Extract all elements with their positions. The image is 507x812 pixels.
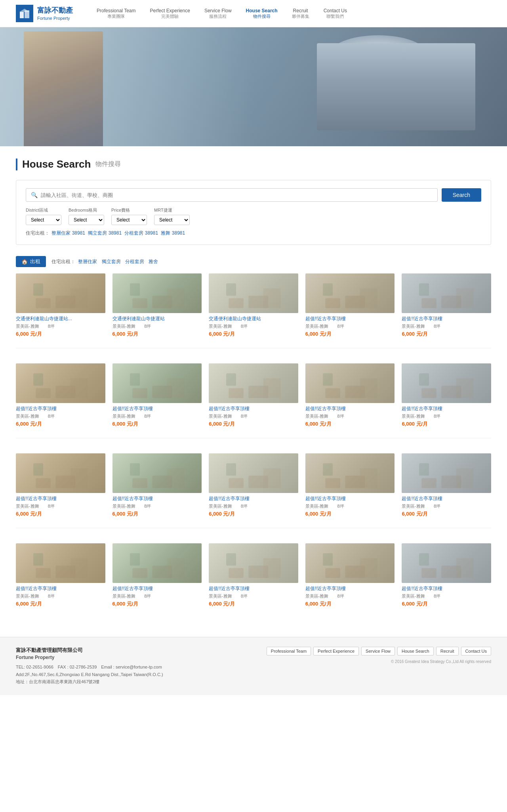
property-title: 超值!!近古亭享頂樓 [209,585,298,592]
property-image-inner [305,543,395,583]
svg-rect-91 [226,553,236,566]
property-card[interactable]: 超值!!近古亭享頂樓 景美區-雅舞 8坪 6,000 元/月 [112,363,202,428]
footer-nav-btn-service-flow[interactable]: Service Flow [361,647,395,655]
sub-link-2[interactable]: 獨立套房 [102,259,121,264]
svg-rect-16 [226,283,236,296]
sub-link-4[interactable]: 雅舍 [149,259,158,264]
nav-item-house-search[interactable]: House Search物件搜尋 [246,8,278,19]
footer-nav-btn-professional-team[interactable]: Professional Team [267,647,311,655]
property-card[interactable]: 超值!!近古亭享頂樓 景美區-雅舞 8坪 6,000 元/月 [16,543,105,608]
property-image [402,363,491,403]
title-bar-accent [16,159,17,170]
filter-select-3[interactable]: Select [154,215,190,225]
svg-rect-12 [167,288,184,308]
property-price: 6,000 元/月 [112,600,202,608]
svg-rect-94 [325,568,340,578]
footer-nav-btn-recruit[interactable]: Recruit [436,647,459,655]
sub-link-1[interactable]: 整層住家 [78,259,97,264]
nav-item-service-flow[interactable]: Service Flow服務流程 [204,8,232,19]
property-image-inner [112,363,202,403]
property-title: 超值!!近古亭享頂樓 [305,495,395,502]
nav-item-perfect-experience[interactable]: Perfect Experience完美體驗 [150,8,190,19]
filter-select-0[interactable]: Select [26,215,61,225]
logo[interactable]: 富詠不動產 Fortune Property [16,5,73,22]
property-price: 6,000 元/月 [305,331,395,338]
property-card[interactable]: 超值!!近古亭享頂樓 景美區-雅舞 8坪 6,000 元/月 [16,363,105,428]
property-image [305,363,395,403]
footer-inner: 富詠不動產管理顧問有限公司 Fortune Property TEL: 02-2… [16,647,491,686]
property-price: 6,000 元/月 [112,331,202,338]
quick-link-3[interactable]: 分租套房 38981 [124,230,158,236]
svg-rect-44 [325,388,340,398]
footer-nav-btn-perfect-experience[interactable]: Perfect Experience [313,647,359,655]
quick-link-4[interactable]: 雅舞 38981 [161,230,185,236]
property-card[interactable]: 超值!!近古亭享頂樓 景美區-雅舞 8坪 6,000 元/月 [305,543,395,608]
property-title: 超值!!近古亭享頂樓 [305,585,395,592]
footer-nav-btn-house-search[interactable]: House Search [397,647,434,655]
property-image-inner [16,273,105,313]
svg-rect-36 [130,373,140,386]
site-footer: 富詠不動產管理顧問有限公司 Fortune Property TEL: 02-2… [0,637,507,695]
page-title-en: House Search [22,158,91,170]
property-card[interactable]: 超值!!近古亭享頂樓 景美區-雅舞 8坪 6,000 元/月 [112,453,202,518]
search-input-row: 🔍 Search [26,188,481,202]
nav-item-contact-us[interactable]: Contact Us聯繫我們 [324,8,347,19]
property-price: 6,000 元/月 [16,331,105,338]
page-title-cn: 物件搜尋 [95,160,121,168]
property-title: 超值!!近古亭享頂樓 [305,315,395,322]
property-title: 超值!!近古亭享頂樓 [402,405,491,412]
svg-rect-7 [71,288,88,308]
property-meta: 景美區-雅舞 8坪 [112,503,202,509]
property-card[interactable]: 超值!!近古亭享頂樓 景美區-雅舞 8坪 6,000 元/月 [402,453,491,518]
property-image [402,453,491,493]
property-card[interactable]: 超值!!近古亭享頂樓 景美區-雅舞 8坪 6,000 元/月 [16,453,105,518]
filter-select-2[interactable]: Select [111,215,147,225]
filter-select-1[interactable]: Select [69,215,104,225]
property-card[interactable]: 超值!!近古亭享頂樓 景美區-雅舞 8坪 6,000 元/月 [209,543,298,608]
property-image [305,273,395,313]
quick-link-2[interactable]: 獨立套房 38981 [88,230,122,236]
property-card[interactable]: 超值!!近古亭享頂樓 景美區-雅舞 8坪 6,000 元/月 [209,453,298,518]
property-card[interactable]: 交通便利連龍山寺捷運站 景美區-雅舞 8坪 6,000 元/月 [209,273,298,338]
property-image [16,363,105,403]
property-meta: 景美區-雅舞 8坪 [209,323,298,329]
property-price: 6,000 元/月 [305,600,395,608]
svg-rect-32 [71,378,88,398]
property-card[interactable]: 超值!!近古亭享頂樓 景美區-雅舞 8坪 6,000 元/月 [209,363,298,428]
property-image [402,543,491,583]
search-input[interactable] [41,192,433,198]
property-title: 超值!!近古亭享頂樓 [16,405,105,412]
property-meta: 景美區-雅舞 8坪 [16,413,105,419]
search-button[interactable]: Search [442,188,481,202]
property-card[interactable]: 超值!!近古亭享頂樓 景美區-雅舞 8坪 6,000 元/月 [305,273,395,338]
property-card[interactable]: 超值!!近古亭享頂樓 景美區-雅舞 8坪 6,000 元/月 [402,363,491,428]
svg-rect-82 [71,558,88,578]
quick-link-1[interactable]: 整層住家 38981 [51,230,85,236]
svg-rect-21 [323,283,333,296]
property-card[interactable]: 超值!!近古亭享頂樓 景美區-雅舞 8坪 6,000 元/月 [402,543,491,608]
property-meta: 景美區-雅舞 8坪 [402,413,491,419]
nav-item-professional-team[interactable]: Professional Team專業團隊 [97,8,136,19]
property-card[interactable]: 交通便利連龍山寺捷運站... 景美區-雅舞 8坪 6,000 元/月 [16,273,105,338]
property-card[interactable]: 超值!!近古亭享頂樓 景美區-雅舞 8坪 6,000 元/月 [402,273,491,338]
svg-rect-31 [33,373,43,386]
svg-rect-77 [456,468,474,488]
property-card[interactable]: 超值!!近古亭享頂樓 景美區-雅舞 8坪 6,000 元/月 [305,363,395,428]
property-image-inner [305,363,395,403]
property-image [209,363,298,403]
property-image-inner [112,543,202,583]
quick-links: 住宅出租： 整層住家 38981 獨立套房 38981 分租套房 38981 雅… [26,230,481,237]
property-card[interactable]: 交通便利連龍山寺捷運站 景美區-雅舞 8坪 6,000 元/月 [112,273,202,338]
property-meta: 景美區-雅舞 8坪 [402,593,491,599]
property-price: 6,000 元/月 [16,510,105,518]
hero-city [317,43,475,130]
nav-item-recruit[interactable]: Recruit夥伴募集 [292,8,309,19]
footer-nav-btn-contact-us[interactable]: Contact Us [461,647,491,655]
svg-rect-99 [422,568,437,578]
property-price: 6,000 元/月 [305,510,395,518]
property-card[interactable]: 超值!!近古亭享頂樓 景美區-雅舞 8坪 6,000 元/月 [305,453,395,518]
svg-rect-54 [36,478,51,488]
property-card[interactable]: 超值!!近古亭享頂樓 景美區-雅舞 8坪 6,000 元/月 [112,543,202,608]
sub-link-3[interactable]: 分租套房 [125,259,144,264]
search-input-wrap[interactable]: 🔍 [26,188,438,202]
